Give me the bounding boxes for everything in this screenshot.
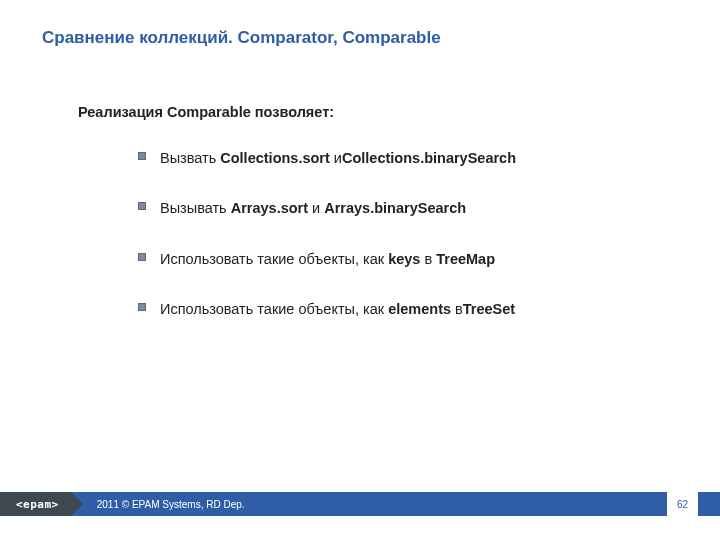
list-item: Использовать такие объекты, как keys в T… [138, 249, 680, 269]
bullet-list: Вызвать Collections.sort иCollections.bi… [138, 148, 680, 349]
bullet-icon [138, 152, 146, 160]
bottom-margin [0, 516, 720, 540]
bullet-text: Использовать такие объекты, как elements… [160, 299, 515, 319]
copyright: 2011 © EPAM Systems, RD Dep. [97, 499, 245, 510]
logo: <epam> [0, 492, 71, 516]
list-item: Использовать такие объекты, как elements… [138, 299, 680, 319]
slide-title: Сравнение коллекций. Comparator, Compara… [42, 28, 441, 48]
bullet-icon [138, 202, 146, 210]
bullet-icon [138, 253, 146, 261]
bullet-text: Вызывать Arrays.sort и Arrays.binarySear… [160, 198, 466, 218]
intro-text: Реализация Comparable позволяет: [78, 104, 334, 120]
page-number: 62 [667, 492, 698, 516]
bullet-text: Использовать такие объекты, как keys в T… [160, 249, 495, 269]
list-item: Вызвать Collections.sort иCollections.bi… [138, 148, 680, 168]
footer-bar: <epam> 2011 © EPAM Systems, RD Dep. 62 [0, 492, 720, 516]
list-item: Вызывать Arrays.sort и Arrays.binarySear… [138, 198, 680, 218]
bullet-icon [138, 303, 146, 311]
bullet-text: Вызвать Collections.sort иCollections.bi… [160, 148, 516, 168]
